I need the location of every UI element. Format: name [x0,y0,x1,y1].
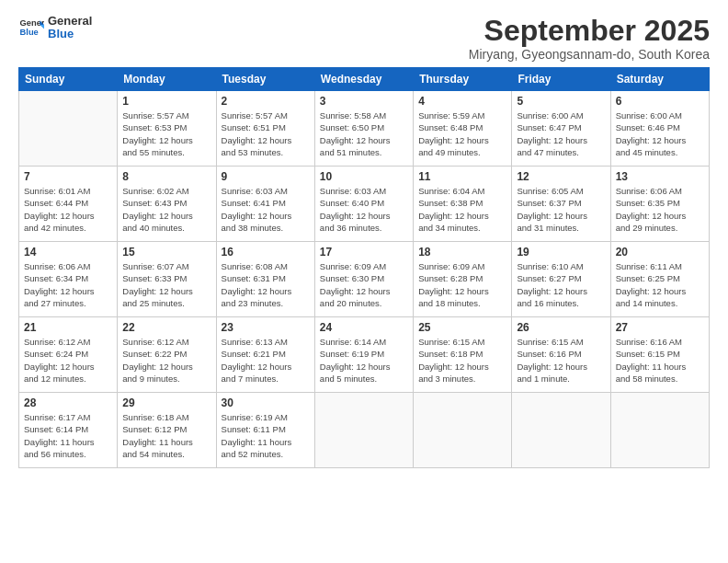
day-detail: Sunrise: 6:16 AM Sunset: 6:15 PM Dayligh… [616,336,704,385]
weekday-header-tuesday: Tuesday [216,68,314,91]
day-detail: Sunrise: 6:14 AM Sunset: 6:19 PM Dayligh… [320,336,408,385]
calendar-cell: 13Sunrise: 6:06 AM Sunset: 6:35 PM Dayli… [610,167,709,242]
calendar-cell: 28Sunrise: 6:17 AM Sunset: 6:14 PM Dayli… [19,393,118,468]
day-detail: Sunrise: 6:05 AM Sunset: 6:37 PM Dayligh… [517,185,605,234]
day-number: 25 [418,321,506,334]
calendar-cell: 16Sunrise: 6:08 AM Sunset: 6:31 PM Dayli… [216,242,314,317]
day-detail: Sunrise: 6:15 AM Sunset: 6:18 PM Dayligh… [418,336,506,385]
day-detail: Sunrise: 6:19 AM Sunset: 6:11 PM Dayligh… [222,411,310,460]
day-detail: Sunrise: 6:04 AM Sunset: 6:38 PM Dayligh… [418,185,506,234]
calendar-cell: 22Sunrise: 6:12 AM Sunset: 6:22 PM Dayli… [118,317,216,393]
day-detail: Sunrise: 6:02 AM Sunset: 6:43 PM Dayligh… [122,185,210,234]
logo-icon: General Blue [18,15,44,40]
weekday-header-monday: Monday [118,68,216,91]
calendar-cell: 6Sunrise: 6:00 AM Sunset: 6:46 PM Daylig… [610,91,709,167]
day-number: 19 [517,246,605,259]
calendar-cell: 3Sunrise: 5:58 AM Sunset: 6:50 PM Daylig… [314,91,413,167]
calendar-cell: 2Sunrise: 5:57 AM Sunset: 6:51 PM Daylig… [216,91,314,167]
day-number: 5 [517,95,605,108]
day-number: 21 [24,321,112,334]
day-detail: Sunrise: 6:09 AM Sunset: 6:30 PM Dayligh… [320,260,408,309]
day-number: 10 [320,170,408,183]
calendar-cell: 5Sunrise: 6:00 AM Sunset: 6:47 PM Daylig… [512,91,610,167]
day-detail: Sunrise: 6:07 AM Sunset: 6:33 PM Dayligh… [122,260,210,309]
day-detail: Sunrise: 6:13 AM Sunset: 6:21 PM Dayligh… [222,336,310,385]
calendar-cell: 15Sunrise: 6:07 AM Sunset: 6:33 PM Dayli… [118,242,216,317]
day-detail: Sunrise: 6:06 AM Sunset: 6:34 PM Dayligh… [24,260,112,309]
calendar-cell: 30Sunrise: 6:19 AM Sunset: 6:11 PM Dayli… [216,393,314,468]
calendar-cell: 23Sunrise: 6:13 AM Sunset: 6:21 PM Dayli… [216,317,314,393]
day-detail: Sunrise: 5:57 AM Sunset: 6:51 PM Dayligh… [222,109,310,158]
calendar: SundayMondayTuesdayWednesdayThursdayFrid… [18,67,710,468]
calendar-cell [610,393,709,468]
calendar-cell: 24Sunrise: 6:14 AM Sunset: 6:19 PM Dayli… [314,317,413,393]
day-detail: Sunrise: 6:10 AM Sunset: 6:27 PM Dayligh… [517,260,605,309]
day-number: 9 [222,170,310,183]
weekday-header-wednesday: Wednesday [314,68,413,91]
calendar-cell [512,393,610,468]
day-number: 18 [418,246,506,259]
weekday-header-row: SundayMondayTuesdayWednesdayThursdayFrid… [19,68,710,91]
week-row-2: 14Sunrise: 6:06 AM Sunset: 6:34 PM Dayli… [19,242,710,317]
logo: General Blue General Blue [18,15,92,41]
day-number: 1 [122,95,210,108]
day-detail: Sunrise: 6:00 AM Sunset: 6:47 PM Dayligh… [517,109,605,158]
day-detail: Sunrise: 6:00 AM Sunset: 6:46 PM Dayligh… [616,109,704,158]
day-number: 26 [517,321,605,334]
calendar-cell: 14Sunrise: 6:06 AM Sunset: 6:34 PM Dayli… [19,242,118,317]
day-number: 17 [320,246,408,259]
calendar-cell: 29Sunrise: 6:18 AM Sunset: 6:12 PM Dayli… [118,393,216,468]
day-detail: Sunrise: 6:17 AM Sunset: 6:14 PM Dayligh… [24,411,112,460]
day-detail: Sunrise: 6:15 AM Sunset: 6:16 PM Dayligh… [517,336,605,385]
header: General Blue General Blue September 2025… [18,15,710,62]
day-number: 11 [418,170,506,183]
day-number: 12 [517,170,605,183]
day-detail: Sunrise: 6:08 AM Sunset: 6:31 PM Dayligh… [222,260,310,309]
calendar-cell: 7Sunrise: 6:01 AM Sunset: 6:44 PM Daylig… [19,167,118,242]
week-row-4: 28Sunrise: 6:17 AM Sunset: 6:14 PM Dayli… [19,393,710,468]
day-detail: Sunrise: 5:58 AM Sunset: 6:50 PM Dayligh… [320,109,408,158]
calendar-cell: 11Sunrise: 6:04 AM Sunset: 6:38 PM Dayli… [414,167,512,242]
page: General Blue General Blue September 2025… [0,0,728,563]
day-number: 27 [616,321,704,334]
calendar-cell: 25Sunrise: 6:15 AM Sunset: 6:18 PM Dayli… [414,317,512,393]
day-number: 22 [122,321,210,334]
logo-blue: Blue [48,28,92,40]
month-title: September 2025 [469,15,710,47]
logo-general: General [48,15,92,28]
subtitle: Miryang, Gyeongsannam-do, South Korea [469,47,710,62]
calendar-cell: 12Sunrise: 6:05 AM Sunset: 6:37 PM Dayli… [512,167,610,242]
weekday-header-friday: Friday [512,68,610,91]
calendar-cell: 4Sunrise: 5:59 AM Sunset: 6:48 PM Daylig… [414,91,512,167]
day-number: 16 [222,246,310,259]
calendar-cell: 21Sunrise: 6:12 AM Sunset: 6:24 PM Dayli… [19,317,118,393]
day-number: 14 [24,246,112,259]
day-number: 29 [122,396,210,409]
day-number: 8 [122,170,210,183]
week-row-0: 1Sunrise: 5:57 AM Sunset: 6:53 PM Daylig… [19,91,710,167]
day-number: 15 [122,246,210,259]
calendar-cell: 27Sunrise: 6:16 AM Sunset: 6:15 PM Dayli… [610,317,709,393]
calendar-cell: 20Sunrise: 6:11 AM Sunset: 6:25 PM Dayli… [610,242,709,317]
weekday-header-saturday: Saturday [610,68,709,91]
calendar-cell: 18Sunrise: 6:09 AM Sunset: 6:28 PM Dayli… [414,242,512,317]
day-number: 28 [24,396,112,409]
calendar-cell [19,91,118,167]
weekday-header-thursday: Thursday [414,68,512,91]
day-detail: Sunrise: 6:09 AM Sunset: 6:28 PM Dayligh… [418,260,506,309]
day-detail: Sunrise: 6:18 AM Sunset: 6:12 PM Dayligh… [122,411,210,460]
calendar-cell: 10Sunrise: 6:03 AM Sunset: 6:40 PM Dayli… [314,167,413,242]
day-detail: Sunrise: 6:03 AM Sunset: 6:40 PM Dayligh… [320,185,408,234]
day-detail: Sunrise: 5:57 AM Sunset: 6:53 PM Dayligh… [122,109,210,158]
day-detail: Sunrise: 6:12 AM Sunset: 6:24 PM Dayligh… [24,336,112,385]
calendar-cell: 9Sunrise: 6:03 AM Sunset: 6:41 PM Daylig… [216,167,314,242]
calendar-cell: 17Sunrise: 6:09 AM Sunset: 6:30 PM Dayli… [314,242,413,317]
day-number: 13 [616,170,704,183]
day-number: 4 [418,95,506,108]
calendar-cell: 26Sunrise: 6:15 AM Sunset: 6:16 PM Dayli… [512,317,610,393]
day-detail: Sunrise: 6:11 AM Sunset: 6:25 PM Dayligh… [616,260,704,309]
calendar-cell [314,393,413,468]
day-number: 23 [222,321,310,334]
day-number: 30 [222,396,310,409]
week-row-3: 21Sunrise: 6:12 AM Sunset: 6:24 PM Dayli… [19,317,710,393]
